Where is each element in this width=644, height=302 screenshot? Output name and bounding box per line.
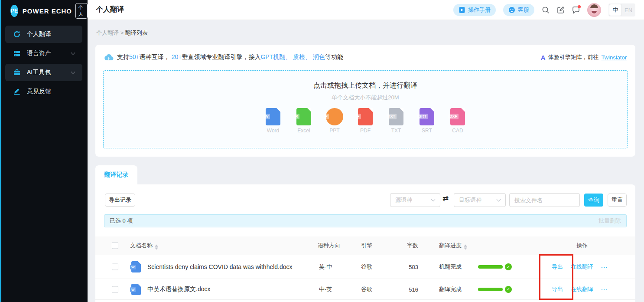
manual-icon [459,7,465,13]
language-direction: 中-英 [319,286,332,293]
user-avatar[interactable] [587,3,601,17]
lang-zh-button[interactable]: 中 [609,4,622,16]
file-type-txt: TXT TXT [387,108,405,134]
export-records-button[interactable]: 导出记录 [105,194,135,207]
cad-file-icon: DXF [450,108,465,125]
sidebar-item-label: 意见反馈 [27,88,51,95]
query-button[interactable]: 查询 [584,194,603,207]
manual-button-label: 操作手册 [468,6,491,14]
target-language-select[interactable]: 目标语种 [454,193,506,207]
dropzone-subtitle: 单个文档大小不能超过20M [104,94,627,102]
banner-seg-link[interactable]: 质检、 [291,53,311,60]
upload-dropzone[interactable]: 点击或拖拽上传文档，并进行翻译 单个文档大小不能超过20M W Word X E… [103,70,628,148]
feedback-icon [13,88,21,95]
sidebar-item-personal-translation[interactable]: 个人翻译 [5,26,82,43]
upload-card: 支持50+语种互译， 20+垂直领域专业翻译引擎，接入GPT机翻、 质检、 润色… [95,45,635,157]
srt-file-icon: SRT [420,108,434,125]
banner-seg: 支持 [117,53,129,60]
toolbox-icon [13,69,21,76]
file-type-ppt: P PPT [325,108,344,134]
language-direction: 英-中 [319,263,332,271]
file-type-cad: DXF CAD [449,108,467,134]
file-type-label: SRT [422,128,432,134]
sort-icon[interactable] [155,245,158,250]
logo-row: PE POWER ECHO 个人 [0,3,88,18]
messages-icon[interactable] [572,6,580,14]
online-translate-action[interactable]: 在线翻译 [571,263,593,271]
pdf-file-icon: F [358,108,373,125]
selection-bar: 已选 0 项 批量删除 [104,214,627,227]
promo-text: 体验引擎矩阵，前往 [548,53,598,61]
filename-search-input[interactable] [509,193,580,207]
notification-dot [578,5,581,8]
sidebar-item-feedback[interactable]: 意见反馈 [5,83,82,100]
source-language-select[interactable]: 源语种 [390,193,440,207]
select-all-checkbox[interactable] [112,243,118,249]
support-button[interactable]: 客服 [503,4,534,16]
chevron-down-icon [71,70,75,74]
col-actions: 操作 [576,242,588,249]
file-type-label: CAD [452,128,463,134]
breadcrumb-current: 翻译列表 [125,30,148,36]
export-action[interactable]: 导出 [552,263,563,271]
sort-icon[interactable] [464,245,467,250]
search-icon[interactable] [542,6,550,14]
banner-seg: 垂直领域专业翻译引擎，接入 [182,53,260,60]
row-checkbox[interactable] [112,264,118,270]
word-doc-icon: W [131,261,141,272]
breadcrumb-parent[interactable]: 个人翻译 [96,30,119,36]
reset-button[interactable]: 重置 [608,194,627,207]
sidebar-item-label: 个人翻译 [27,30,51,38]
topbar: 个人翻译 操作手册 客服 [88,0,644,20]
ppt-file-icon: P [326,108,343,125]
sidebar-item-ai-toolkit[interactable]: AI工具包 [5,64,82,81]
banner-seg-link[interactable]: 20+ [172,53,182,60]
twinslator-link[interactable]: Twinslator [601,54,627,61]
more-actions-icon[interactable]: ··· [601,264,608,270]
document-name[interactable]: Scientists deny claims COVID data was wi… [147,263,293,270]
banner-seg-link[interactable]: GPT机翻、 [260,53,291,60]
file-type-label: PDF [360,128,371,134]
tab-translation-records[interactable]: 翻译记录 [95,165,137,184]
file-type-label: Excel [297,128,310,134]
breadcrumb: 个人翻译 > 翻译列表 [96,29,148,37]
engine-name: 谷歌 [361,286,372,293]
lang-en-button[interactable]: EN [622,4,635,16]
online-translate-action[interactable]: 在线翻译 [571,286,593,293]
sidebar-item-language-assets[interactable]: 语言资产 [5,45,82,62]
sidebar-item-label: 语言资产 [27,49,51,57]
file-type-pdf: F PDF [356,108,374,134]
swap-languages-icon[interactable]: ⇄ [442,194,449,203]
file-badge: DXF [448,114,459,119]
tab-label: 翻译记录 [104,171,129,179]
col-doc-name: 文档名称 [130,242,158,250]
banner-seg-link[interactable]: 润色 [311,53,325,60]
word-doc-icon: W [131,284,141,295]
banner-text: 支持50+语种互译， 20+垂直领域专业翻译引擎，接入GPT机翻、 质检、 润色… [117,53,343,61]
table-row: W 中英术语替换原文.docx 中-英 谷歌 516 翻译完成 ✓ 导出 在线翻… [95,279,635,300]
manual-button[interactable]: 操作手册 [453,4,496,16]
file-badge: SRT [417,114,428,119]
file-type-label: Word [267,128,279,134]
brand-name: POWER ECHO [23,7,72,15]
word-count: 516 [390,286,418,292]
sidebar-accent-strip [0,0,1,302]
sidebar-item-label: AI工具包 [27,69,51,76]
document-name[interactable]: 中英术语替换原文.docx [147,286,210,293]
twinslator-icon: A [541,54,546,61]
file-badge: TXT [387,114,397,119]
batch-delete-button[interactable]: 批量删除 [598,217,621,225]
more-actions-icon[interactable]: ··· [601,286,608,292]
file-type-srt: SRT SRT [418,108,436,134]
banner-seg-link[interactable]: 50+ [129,53,140,60]
engine-matrix-promo: A 体验引擎矩阵，前往Twinslator [541,51,627,64]
support-smiley-icon [508,7,515,13]
row-checkbox[interactable] [112,286,118,292]
export-action[interactable]: 导出 [552,286,563,293]
database-icon [13,49,21,57]
file-badge: P [324,114,329,119]
word-count: 583 [390,264,418,270]
compose-icon[interactable] [557,6,565,14]
progress-bar [478,288,503,291]
file-badge: X [294,114,299,119]
